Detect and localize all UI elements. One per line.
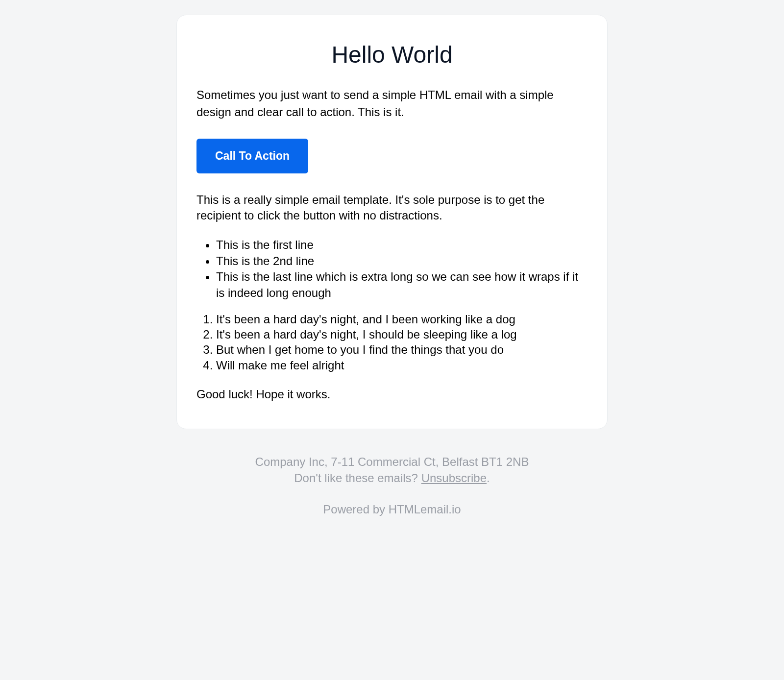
intro-paragraph: Sometimes you just want to send a simple… — [196, 87, 588, 121]
page-title: Hello World — [196, 41, 588, 68]
list-item: But when I get home to you I find the th… — [216, 342, 588, 357]
email-footer: Company Inc, 7-11 Commercial Ct, Belfast… — [176, 429, 608, 518]
footer-block: Company Inc, 7-11 Commercial Ct, Belfast… — [176, 454, 608, 518]
list-item: This is the 2nd line — [216, 253, 588, 269]
list-item: This is the last line which is extra lon… — [216, 269, 588, 301]
ordered-list: It's been a hard day's night, and I been… — [196, 312, 588, 373]
list-item: This is the first line — [216, 237, 588, 253]
list-item: It's been a hard day's night, and I been… — [216, 312, 588, 327]
body-paragraph: This is a really simple email template. … — [196, 192, 588, 224]
footer-unsubscribe-suffix: . — [487, 471, 490, 485]
bullet-list: This is the first line This is the 2nd l… — [196, 237, 588, 301]
unsubscribe-link[interactable]: Unsubscribe — [421, 471, 487, 485]
call-to-action-button[interactable]: Call To Action — [196, 139, 308, 173]
list-item: It's been a hard day's night, I should b… — [216, 327, 588, 342]
footer-unsubscribe-prefix: Don't like these emails? — [294, 471, 421, 485]
footer-address: Company Inc, 7-11 Commercial Ct, Belfast… — [176, 454, 608, 470]
list-item: Will make me feel alright — [216, 358, 588, 373]
email-card: Hello World Sometimes you just want to s… — [176, 15, 608, 429]
footer-unsubscribe-line: Don't like these emails? Unsubscribe. — [176, 470, 608, 486]
powered-by-link[interactable]: Powered by HTMLemail.io — [323, 503, 461, 516]
closing-paragraph: Good luck! Hope it works. — [196, 387, 588, 402]
